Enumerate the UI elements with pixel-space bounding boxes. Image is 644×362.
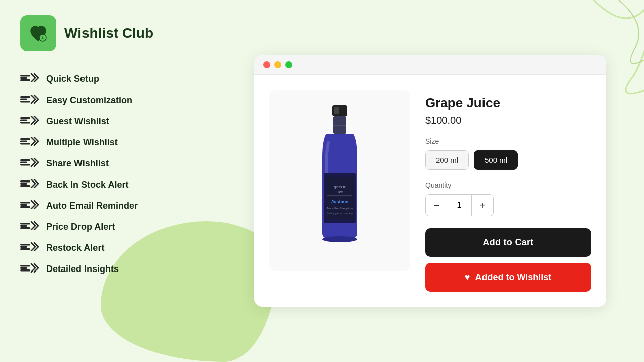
svg-rect-30 (20, 267, 27, 269)
size-200ml-button[interactable]: 200 ml (425, 150, 469, 170)
sidebar: + Wishlist Club Quick Setup Easy Customi… (0, 0, 231, 362)
logo-icon: + (28, 23, 49, 44)
svg-rect-20 (20, 202, 30, 204)
svg-rect-12 (20, 141, 27, 143)
svg-rect-21 (20, 204, 27, 206)
svg-text:+: + (41, 35, 44, 41)
svg-rect-28 (20, 248, 30, 250)
svg-rect-3 (20, 77, 27, 79)
svg-rect-15 (20, 162, 27, 164)
nav-arrow-icon (20, 137, 39, 148)
size-label: Size (425, 137, 591, 145)
svg-rect-14 (20, 159, 30, 161)
svg-text:Justime: Justime (331, 199, 348, 204)
svg-text:Juice For Everytime: Juice For Everytime (326, 207, 353, 210)
nav-arrow-icon (20, 95, 39, 106)
nav-arrow-icon (20, 116, 39, 127)
svg-text:glass n': glass n' (334, 185, 346, 189)
browser-dot-green[interactable] (285, 61, 292, 68)
svg-rect-5 (20, 96, 30, 98)
sidebar-item-share-wishlist[interactable]: Share Wishlist (20, 154, 211, 173)
nav-arrow-icon (20, 200, 39, 211)
product-name: Grape Juice (425, 95, 591, 111)
sidebar-item-back-in-stock-alert[interactable]: Back In Stock Alert (20, 175, 211, 194)
browser-dot-red[interactable] (263, 61, 270, 68)
product-area: glass n' juice. Justime Juice For Everyt… (254, 75, 606, 307)
nav-arrow-icon (20, 179, 39, 190)
svg-rect-7 (20, 101, 30, 103)
add-to-cart-button[interactable]: Add to Cart (425, 228, 591, 257)
svg-rect-8 (20, 117, 30, 119)
main-panel: glass n' juice. Justime Juice For Everyt… (231, 0, 644, 362)
logo-area: + Wishlist Club (20, 15, 211, 51)
svg-rect-23 (20, 223, 30, 225)
svg-rect-26 (20, 244, 30, 246)
nav-item-label: Price Drop Alert (46, 222, 115, 232)
nav-item-label: Easy Customization (46, 95, 132, 106)
product-image: glass n' juice. Justime Juice For Everyt… (307, 103, 372, 258)
product-details: Grape Juice $100.00 Size 200 ml 500 ml Q… (425, 90, 591, 292)
svg-rect-9 (20, 120, 27, 122)
svg-rect-17 (20, 180, 30, 183)
nav-item-label: Back In Stock Alert (46, 179, 128, 190)
svg-rect-27 (20, 246, 27, 248)
nav-item-label: Detailed Insights (46, 264, 119, 275)
svg-rect-11 (20, 138, 30, 140)
svg-rect-13 (20, 143, 30, 145)
sidebar-item-price-drop-alert[interactable]: Price Drop Alert (20, 217, 211, 236)
sidebar-item-detailed-insights[interactable]: Detailed Insights (20, 259, 211, 279)
product-image-frame: glass n' juice. Justime Juice For Everyt… (269, 90, 410, 271)
nav-item-label: Quick Setup (46, 74, 99, 84)
svg-rect-16 (20, 164, 30, 166)
sidebar-item-guest-wishlist[interactable]: Guest Wishlist (20, 112, 211, 131)
svg-rect-31 (20, 269, 30, 272)
svg-point-42 (322, 236, 357, 242)
nav-arrow-icon (20, 158, 39, 169)
sidebar-item-easy-customization[interactable]: Easy Customization (20, 90, 211, 110)
svg-rect-10 (20, 122, 30, 124)
quantity-value: 1 (447, 195, 472, 216)
browser-dot-yellow[interactable] (274, 61, 281, 68)
svg-text:juice.: juice. (335, 190, 344, 194)
nav-item-label: Guest Wishlist (46, 116, 109, 127)
nav-arrow-icon (20, 73, 39, 84)
nav-item-label: Multiple Wishlist (46, 137, 118, 148)
logo-box: + (20, 15, 56, 51)
svg-rect-2 (20, 75, 30, 77)
svg-rect-22 (20, 206, 30, 208)
nav-arrow-icon (20, 263, 39, 275)
brand-title: Wishlist Club (64, 25, 153, 41)
sidebar-item-quick-setup[interactable]: Quick Setup (20, 69, 211, 88)
size-500ml-button[interactable]: 500 ml (474, 150, 518, 170)
wishlist-label: Added to Wishlist (475, 272, 551, 283)
svg-rect-25 (20, 227, 30, 229)
svg-rect-24 (20, 225, 27, 227)
sidebar-item-multiple-wishlist[interactable]: Multiple Wishlist (20, 133, 211, 152)
sidebar-item-auto-email-reminder[interactable]: Auto Email Reminder (20, 196, 211, 215)
size-options: 200 ml 500 ml (425, 150, 591, 170)
nav-arrow-icon (20, 242, 39, 253)
browser-bar (254, 55, 606, 75)
svg-rect-29 (20, 265, 30, 267)
svg-text:Quality product mockup: Quality product mockup (327, 212, 353, 215)
quantity-label: Quantity (425, 181, 591, 189)
quantity-control: − 1 + (425, 194, 494, 216)
heart-icon: ♥ (465, 272, 470, 283)
browser-window: glass n' juice. Justime Juice For Everyt… (254, 55, 606, 307)
svg-rect-6 (20, 99, 27, 101)
add-to-wishlist-button[interactable]: ♥ Added to Wishlist (425, 263, 591, 292)
quantity-decrease-button[interactable]: − (426, 195, 447, 216)
svg-rect-18 (20, 183, 27, 185)
nav-item-label: Auto Email Reminder (46, 201, 138, 211)
nav-list: Quick Setup Easy Customization Guest Wis… (20, 69, 211, 279)
svg-rect-19 (20, 185, 30, 187)
nav-arrow-icon (20, 221, 39, 232)
svg-rect-43 (334, 107, 339, 114)
quantity-increase-button[interactable]: + (472, 195, 493, 216)
svg-rect-4 (20, 79, 30, 81)
product-price: $100.00 (425, 115, 591, 126)
sidebar-item-restock-alert[interactable]: Restock Alert (20, 238, 211, 257)
nav-item-label: Restock Alert (46, 243, 104, 253)
nav-item-label: Share Wishlist (46, 158, 109, 169)
